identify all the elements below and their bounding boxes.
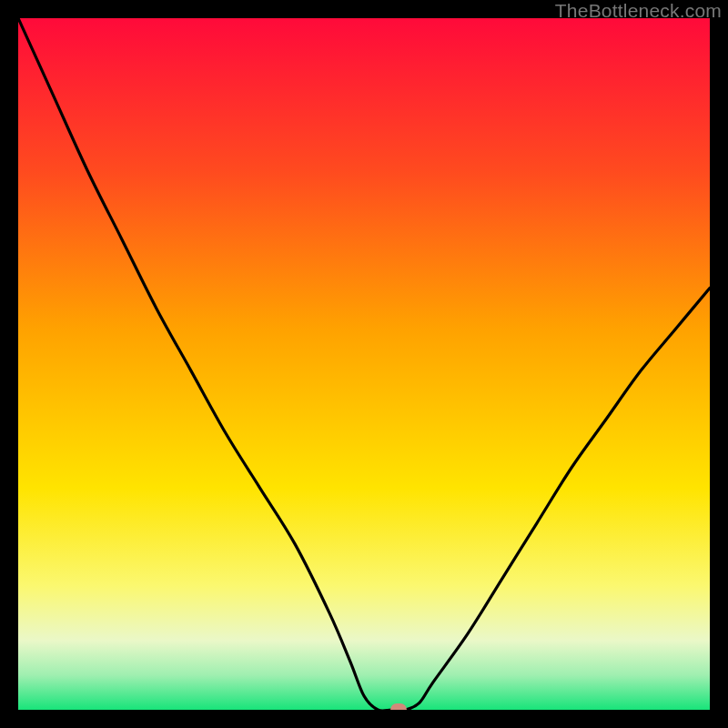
watermark-text: TheBottleneck.com (555, 0, 722, 22)
optimal-point-marker (390, 703, 407, 710)
chart-frame: TheBottleneck.com (0, 0, 728, 728)
plot-area (18, 18, 710, 710)
bottleneck-curve (18, 18, 710, 710)
